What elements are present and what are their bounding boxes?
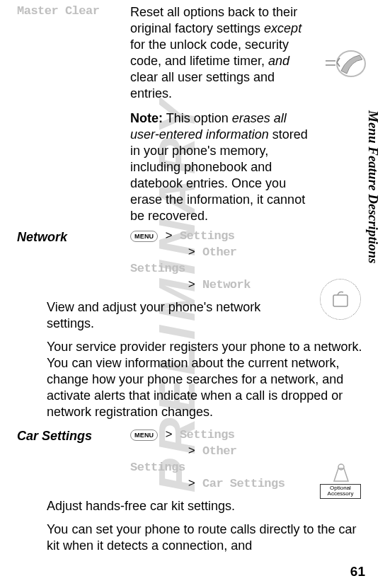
network-para-2: Your service provider registers your pho… [47, 339, 365, 420]
text: This option [163, 111, 232, 125]
master-clear-row: Master Clear Reset all options back to t… [17, 4, 365, 224]
text-italic: and [268, 54, 289, 68]
menu-button-icon: MENU [130, 430, 158, 441]
chevron-right-icon: > [188, 444, 195, 458]
path-segment: Car Settings [202, 477, 285, 490]
network-heading: Network [17, 230, 67, 244]
chevron-right-icon: > [188, 477, 195, 490]
menu-button-icon: MENU [130, 231, 158, 242]
car-settings-menu-path: MENU > Settings > Other Settings > Car S… [130, 427, 365, 492]
page-number: 61 [350, 564, 365, 580]
note-label: Note: [130, 111, 163, 125]
chevron-right-icon: > [166, 229, 173, 243]
network-menu-path: MENU > Settings > Other Settings > Netwo… [130, 229, 365, 294]
path-segment: Network [202, 278, 251, 292]
text: for the unlock code, security code, and … [130, 38, 289, 68]
path-segment: Other Settings [130, 246, 237, 275]
master-clear-label: Master Clear [17, 4, 99, 18]
car-settings-para-1: Adjust hands-free car kit settings. [47, 498, 365, 514]
chevron-right-icon: > [188, 278, 195, 292]
chevron-right-icon: > [188, 246, 195, 259]
text: clear all user settings and entries. [130, 70, 275, 100]
network-para-1: View and adjust your phone's network set… [47, 299, 365, 332]
network-heading-row: Network MENU > Settings > Other Settings… [17, 229, 365, 294]
text: stored in your phone's memory, including… [130, 127, 308, 223]
path-segment: Settings [180, 428, 235, 442]
page-content: Master Clear Reset all options back to t… [0, 0, 385, 558]
path-segment: Other Settings [130, 444, 237, 474]
car-settings-heading-row: Car Settings MENU > Settings > Other Set… [17, 427, 365, 492]
master-clear-description: Reset all options back to their original… [130, 4, 365, 224]
text-italic: except [264, 21, 301, 35]
car-settings-heading: Car Settings [17, 429, 92, 443]
car-settings-para-2: You can set your phone to route calls di… [47, 521, 365, 554]
master-clear-note: Note: This option erases all user-entere… [130, 110, 310, 224]
chevron-right-icon: > [166, 428, 173, 442]
path-segment: Settings [180, 229, 235, 243]
